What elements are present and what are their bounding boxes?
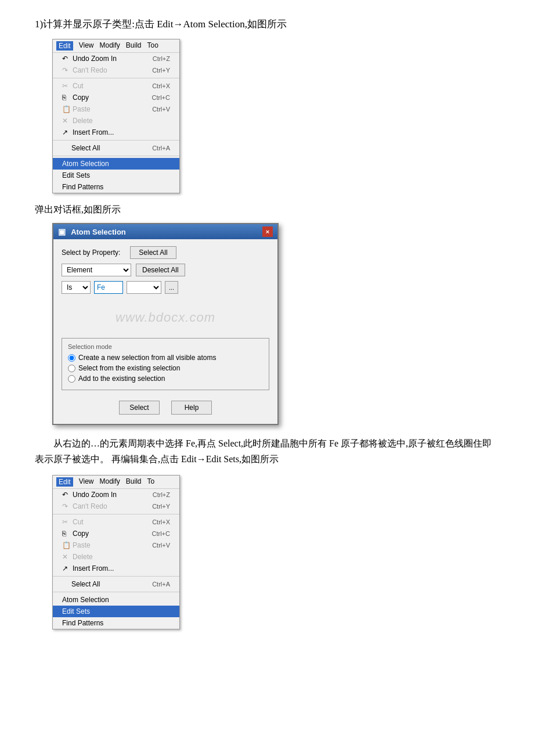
menu-redo-1: ↷Can't Redo Ctrl+Y <box>53 64 179 76</box>
select-all-button[interactable]: Select All <box>130 246 176 259</box>
dialog-icon: ▣ <box>58 227 66 236</box>
watermark-text: www.bdocx.com <box>116 310 215 325</box>
menu-editsets-2[interactable]: Edit Sets <box>53 606 179 617</box>
menu-delete-1: ✕Delete <box>53 115 179 127</box>
separator-4 <box>53 514 179 514</box>
menu-redo-2: ↷Can't Redo Ctrl+Y <box>53 501 179 512</box>
paste-icon-2: 📋 <box>62 541 70 549</box>
menu-insert-1[interactable]: ↗Insert From... <box>53 127 179 138</box>
property-row: Select by Property: Select All <box>62 246 269 259</box>
menu-modify-2[interactable]: Modify <box>99 477 120 487</box>
menu-paste-2: 📋Paste Ctrl+V <box>53 539 179 551</box>
cut-icon-2: ✂ <box>62 518 70 526</box>
paragraph1: 从右边的…的元素周期表中选择 Fe,再点 Select,此时所建晶胞中所有 Fe… <box>35 435 499 467</box>
separator-5 <box>53 576 179 577</box>
selection-mode-group: Selection mode Create a new selection fr… <box>62 338 269 390</box>
dialog-content: Select by Property: Select All Element D… <box>53 239 277 424</box>
copy-icon: ⎘ <box>62 93 70 102</box>
cut-icon: ✂ <box>62 82 70 90</box>
radio-existing-selection[interactable] <box>68 365 75 372</box>
separator-6 <box>53 592 179 592</box>
menu-window-1: Edit View Modify Build Too ↶Undo Zoom In… <box>52 39 180 193</box>
filter-row: Is ... <box>62 281 269 294</box>
menu-modify-1[interactable]: Modify <box>99 41 120 51</box>
radio-row-2: Select from the existing selection <box>68 364 263 372</box>
menu-too-1[interactable]: Too <box>147 41 158 51</box>
separator-1 <box>53 78 179 78</box>
undo-icon-2: ↶ <box>62 491 70 499</box>
delete-icon-2: ✕ <box>62 553 70 561</box>
menu-atomselection-2[interactable]: Atom Selection <box>53 594 179 606</box>
filter-dots-button[interactable]: ... <box>165 281 178 294</box>
atom-selection-dialog: ▣ Atom Selection × Select by Property: S… <box>52 223 279 425</box>
delete-icon: ✕ <box>62 117 70 125</box>
insert-icon: ↗ <box>62 128 70 136</box>
menu-build-2[interactable]: Build <box>126 477 142 487</box>
selection-mode-legend: Selection mode <box>68 343 263 350</box>
menu-findpatterns-1[interactable]: Find Patterns <box>53 181 179 193</box>
element-row: Element Deselect All <box>62 264 269 276</box>
menu-delete-2: ✕Delete <box>53 551 179 563</box>
help-button[interactable]: Help <box>171 401 212 415</box>
redo-icon: ↷ <box>62 66 70 74</box>
section1-title: 1)计算并显示原子类型:点击 Edit→Atom Selection,如图所示 <box>35 17 499 31</box>
radio-add-selection-label: Add to the existing selection <box>78 375 165 383</box>
menu-selectall-2[interactable]: Select All Ctrl+A <box>53 578 179 590</box>
watermark-area: www.bdocx.com <box>62 298 269 334</box>
menu-cut-2: ✂Cut Ctrl+X <box>53 516 179 528</box>
menu-copy-1[interactable]: ⎘Copy Ctrl+C <box>53 92 179 103</box>
menu-undo-1[interactable]: ↶Undo Zoom In Ctrl+Z <box>53 53 179 64</box>
dialog-bottom-row: Select Help <box>62 397 269 417</box>
copy-icon-2: ⎘ <box>62 530 70 538</box>
menu-insert-2[interactable]: ↗Insert From... <box>53 563 179 574</box>
undo-icon: ↶ <box>62 55 70 63</box>
menu-undo-2[interactable]: ↶Undo Zoom In Ctrl+Z <box>53 489 179 501</box>
menu-view-2[interactable]: View <box>79 477 94 487</box>
deselect-all-button[interactable]: Deselect All <box>136 264 185 276</box>
menu-edit-2[interactable]: Edit <box>56 477 73 487</box>
radio-existing-selection-label: Select from the existing selection <box>78 364 180 372</box>
menu-to-2[interactable]: To <box>147 477 155 487</box>
menu-window-2: Edit View Modify Build To ↶Undo Zoom In … <box>52 475 180 629</box>
menu-cut-1: ✂Cut Ctrl+X <box>53 80 179 92</box>
menu-findpatterns-2[interactable]: Find Patterns <box>53 617 179 629</box>
menu-copy-2[interactable]: ⎘Copy Ctrl+C <box>53 528 179 539</box>
insert-icon-2: ↗ <box>62 564 70 573</box>
separator-3 <box>53 156 179 156</box>
filter-operator-dropdown[interactable]: Is <box>62 281 91 294</box>
radio-new-selection-label: Create a new selection from all visible … <box>78 354 216 362</box>
menu-build-1[interactable]: Build <box>126 41 142 51</box>
redo-icon-2: ↷ <box>62 502 70 510</box>
menu-selectall-1[interactable]: Select All Ctrl+A <box>53 142 179 154</box>
menu-paste-1: 📋Paste Ctrl+V <box>53 103 179 115</box>
dialog-titlebar: ▣ Atom Selection × <box>53 224 277 239</box>
dialog-title: ▣ Atom Selection <box>58 227 126 236</box>
popup-label: 弹出对话框,如图所示 <box>35 204 499 216</box>
dialog-close-button[interactable]: × <box>262 226 273 237</box>
radio-row-3: Add to the existing selection <box>68 375 263 383</box>
paste-icon: 📋 <box>62 105 70 113</box>
menu-topbar-2: Edit View Modify Build To <box>53 476 179 489</box>
select-button[interactable]: Select <box>119 401 160 415</box>
radio-new-selection[interactable] <box>68 354 75 362</box>
filter-value-input[interactable] <box>94 281 123 294</box>
menu-atomselection-1[interactable]: Atom Selection <box>53 158 179 170</box>
menu-editsets-1[interactable]: Edit Sets <box>53 170 179 181</box>
radio-add-selection[interactable] <box>68 375 75 383</box>
property-dropdown[interactable]: Element <box>62 264 131 276</box>
select-by-property-label: Select by Property: <box>62 249 125 257</box>
menu-topbar-1: Edit View Modify Build Too <box>53 39 179 53</box>
filter-extra-dropdown[interactable] <box>127 281 161 294</box>
menu-view-1[interactable]: View <box>79 41 94 51</box>
separator-2 <box>53 140 179 141</box>
menu-edit-1[interactable]: Edit <box>56 41 73 51</box>
radio-row-1: Create a new selection from all visible … <box>68 354 263 362</box>
